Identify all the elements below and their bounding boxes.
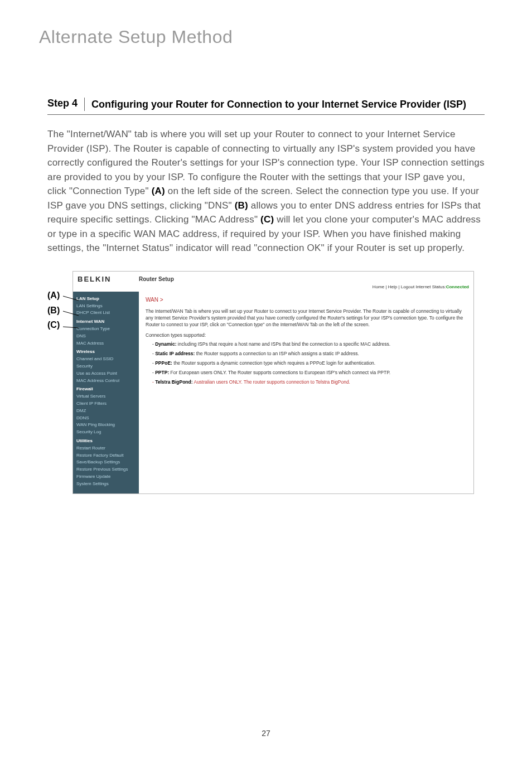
callout-c-label: (C) (47, 320, 60, 330)
svg-line-0 (63, 296, 79, 301)
li-dynamic-label: Dynamic: (155, 341, 176, 347)
sidebar-item-security[interactable]: Security (76, 363, 136, 370)
sidebar-section-lan[interactable]: LAN Setup (76, 296, 136, 303)
sidebar-item-dmz[interactable]: DMZ (76, 408, 136, 415)
router-main-panel: WAN > The Internet/WAN Tab is where you … (139, 292, 473, 493)
router-admin-screenshot: BELKIN Router Setup Home | Help | Logout… (72, 271, 474, 494)
router-sidebar: LAN Setup LAN Settings DHCP Client List … (73, 292, 139, 493)
ref-b: (B) (235, 200, 248, 211)
list-item: Static IP address: the Router supports a… (151, 351, 467, 357)
callout-line-icon (63, 325, 80, 330)
sidebar-item-dhcp-client[interactable]: DHCP Client List (76, 309, 136, 317)
sidebar-item-firmware[interactable]: Firmware Update (76, 473, 136, 481)
list-item: PPTP: For European users ONLY. The Route… (151, 370, 467, 376)
list-item: Telstra BigPond: Australian users ONLY. … (151, 379, 467, 386)
callout-a-label: (A) (47, 291, 60, 300)
list-item: PPPoE: the Router supports a dynamic con… (151, 360, 467, 367)
sidebar-item-virtual-servers[interactable]: Virtual Servers (76, 393, 136, 400)
sidebar-item-mac-control[interactable]: MAC Address Control (76, 377, 136, 385)
page-title: Alternate Setup Method (0, 0, 532, 47)
router-title: Router Setup (139, 276, 174, 282)
callout-line-icon (63, 295, 80, 303)
callout-c: (C) (47, 320, 60, 330)
sidebar-section-utilities[interactable]: Utilities (76, 438, 136, 445)
internet-status-value: Connected (446, 284, 469, 289)
li-pptp-label: PPTP: (155, 370, 169, 375)
callout-line-icon (63, 310, 80, 318)
content-area: Step 4 Configuring your Router for Conne… (0, 47, 532, 494)
breadcrumb: WAN > (146, 296, 467, 304)
router-toplinks: Home | Help | Logout Internet Status: Co… (73, 284, 473, 292)
callout-b: (B) (47, 306, 60, 316)
sidebar-item-dns[interactable]: DNS (76, 333, 136, 340)
router-topbar: BELKIN Router Setup (73, 272, 473, 284)
sidebar-item-wan-ping[interactable]: WAN Ping Blocking (76, 422, 136, 429)
step-title: Configuring your Router for Connection t… (85, 98, 466, 111)
sidebar-item-client-ip-filters[interactable]: Client IP Filters (76, 400, 136, 408)
sidebar-item-channel-ssid[interactable]: Channel and SSID (76, 356, 136, 363)
list-item: Dynamic: including ISPs that require a h… (151, 341, 467, 348)
callout-b-label: (B) (47, 306, 60, 315)
ref-a: (A) (152, 186, 165, 196)
page-number: 27 (0, 729, 532, 738)
sidebar-item-restore-previous[interactable]: Restore Previous Settings (76, 466, 136, 473)
connection-types-list: Dynamic: including ISPs that require a h… (146, 341, 467, 385)
ref-c: (C) (260, 214, 274, 225)
sidebar-section-firewall[interactable]: Firewall (76, 386, 136, 393)
step-label: Step 4 (47, 98, 85, 111)
router-logo: BELKIN (78, 275, 139, 283)
router-body: LAN Setup LAN Settings DHCP Client List … (73, 292, 473, 493)
li-pppoe-text: the Router supports a dynamic connection… (172, 360, 375, 366)
wan-intro-text: The Internet/WAN Tab is where you will s… (146, 308, 467, 328)
sidebar-item-restart[interactable]: Restart Router (76, 445, 136, 452)
sidebar-item-ddns[interactable]: DDNS (76, 415, 136, 422)
sidebar-section-wan[interactable]: Internet WAN (76, 318, 136, 326)
li-telstra-label: Telstra BigPond: (155, 379, 192, 385)
svg-line-2 (63, 327, 79, 328)
sidebar-item-security-log[interactable]: Security Log (76, 429, 136, 436)
step-header: Step 4 Configuring your Router for Conne… (47, 98, 485, 115)
svg-line-1 (63, 311, 79, 316)
callout-a: (A) (47, 291, 60, 301)
li-static-label: Static IP address: (155, 351, 195, 356)
router-toplinks-text[interactable]: Home | Help | Logout Internet Status: (373, 284, 446, 289)
sidebar-item-mac-address[interactable]: MAC Address (76, 340, 136, 347)
li-pptp-text: For European users ONLY. The Router supp… (169, 370, 390, 375)
sidebar-section-wireless[interactable]: Wireless (76, 348, 136, 356)
sidebar-item-connection-type[interactable]: Connection Type (76, 326, 136, 333)
sidebar-item-restore-default[interactable]: Restore Factory Default (76, 452, 136, 459)
sidebar-item-system-settings[interactable]: System Settings (76, 481, 136, 488)
connection-types-header: Connection types supported: (146, 332, 467, 339)
sidebar-item-access-point[interactable]: Use as Access Point (76, 370, 136, 377)
li-telstra-text: Australian users ONLY. The router suppor… (193, 379, 350, 385)
li-pppoe-label: PPPoE: (155, 360, 172, 366)
li-static-text: the Router supports a connection to an I… (195, 351, 359, 356)
sidebar-item-save-backup[interactable]: Save/Backup Settings (76, 459, 136, 466)
step-body: The "Internet/WAN" tab is where you will… (47, 127, 485, 255)
screenshot-container: (A) (B) (C) BELKIN Router Setup Home | H… (47, 271, 485, 494)
sidebar-item-lan-settings[interactable]: LAN Settings (76, 303, 136, 310)
li-dynamic-text: including ISPs that require a host name … (176, 341, 390, 347)
